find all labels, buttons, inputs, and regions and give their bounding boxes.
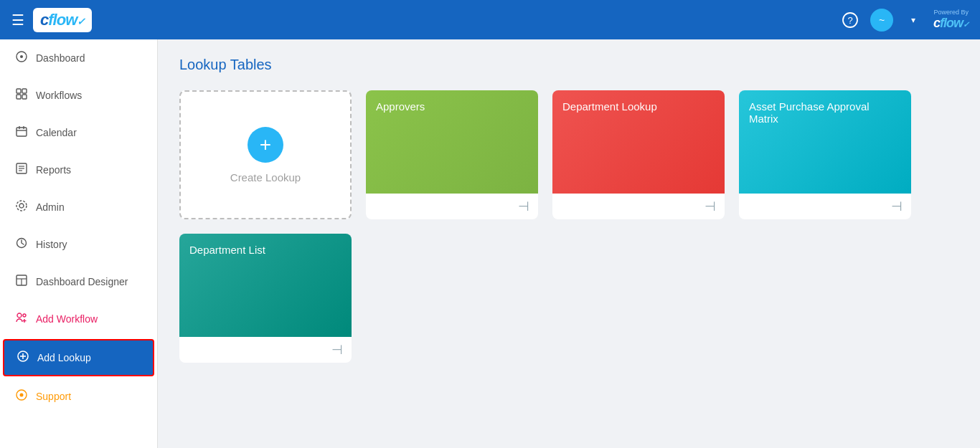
svg-text:?: ? [847,15,852,26]
svg-point-17 [17,201,27,211]
create-lookup-label: Create Lookup [230,171,301,184]
svg-point-16 [19,204,24,208]
sidebar: Dashboard Workflows Calendar Reports Adm [0,39,158,448]
support-icon [14,389,29,404]
header-left: ☰ cflow✓ [11,8,92,32]
add-lookup-icon [16,351,30,365]
enter-icon-asset-purchase[interactable]: ⊣ [891,199,903,214]
lookup-card-department-lookup[interactable]: Department Lookup ⊣ [552,90,725,219]
sidebar-item-dashboard[interactable]: Dashboard [0,39,157,77]
sidebar-label-add-lookup: Add Lookup [37,352,91,363]
svg-point-23 [23,314,26,317]
logo-text: cflow✓ [40,11,85,29]
history-icon [14,237,29,252]
menu-icon[interactable]: ☰ [11,11,24,29]
enter-icon-department-list[interactable]: ⊣ [331,342,343,358]
calendar-icon [14,125,29,140]
svg-rect-8 [17,128,27,136]
add-workflow-icon [14,312,29,326]
card-color-department-lookup: Department Lookup [552,90,725,194]
header: ☰ cflow✓ ? ~ ▾ Powered By cflow✓ [0,0,980,39]
sidebar-item-workflows[interactable]: Workflows [0,77,157,114]
svg-rect-5 [22,89,27,93]
create-lookup-card[interactable]: + Create Lookup [179,90,352,219]
card-color-asset-purchase: Asset Purchase Approval Matrix [739,90,911,194]
sidebar-label-reports: Reports [36,164,71,176]
sidebar-item-add-workflow[interactable]: Add Workflow [0,300,157,338]
admin-icon [14,200,29,214]
enter-icon-approvers[interactable]: ⊣ [518,199,529,214]
sidebar-label-calendar: Calendar [36,127,77,138]
main-content: Lookup Tables + Create Lookup Approvers … [158,39,980,448]
help-icon[interactable]: ? [839,9,862,32]
lookup-card-asset-purchase[interactable]: Asset Purchase Approval Matrix ⊣ [739,90,911,219]
dropdown-chevron-icon[interactable]: ▾ [902,9,925,32]
card-footer-department-lookup: ⊣ [552,194,725,219]
sidebar-item-history[interactable]: History [0,226,157,263]
sidebar-item-admin[interactable]: Admin [0,189,157,226]
svg-point-3 [20,55,23,58]
powered-by-logo: Powered By cflow✓ [933,9,969,31]
sidebar-item-support[interactable]: Support [0,378,157,415]
svg-rect-4 [17,89,21,93]
sidebar-label-add-workflow: Add Workflow [36,313,98,325]
card-color-department-list: Department List [179,234,352,337]
reports-icon [14,163,29,177]
card-title-approvers: Approvers [376,100,425,113]
create-plus-icon: + [248,127,283,163]
sidebar-label-history: History [36,239,67,250]
lookup-card-department-list[interactable]: Department List ⊣ [179,234,352,363]
card-title-asset-purchase: Asset Purchase Approval Matrix [749,100,901,125]
sidebar-item-dashboard-designer[interactable]: Dashboard Designer [0,263,157,300]
svg-rect-7 [22,95,27,99]
workflows-icon [14,88,29,103]
lookup-card-approvers[interactable]: Approvers ⊣ [366,90,538,219]
sidebar-item-add-lookup[interactable]: Add Lookup [3,339,154,376]
card-title-department-list: Department List [189,244,265,256]
sidebar-label-dashboard: Dashboard [36,52,85,64]
dashboard-icon [14,51,29,65]
avatar-icon: ~ [879,14,885,26]
sidebar-item-calendar[interactable]: Calendar [0,114,157,151]
enter-icon-department-lookup[interactable]: ⊣ [705,199,716,214]
card-footer-department-list: ⊣ [179,337,352,363]
svg-point-22 [17,313,22,318]
sidebar-label-admin: Admin [36,201,65,213]
dashboard-designer-icon [14,275,29,289]
logo-box: cflow✓ [33,8,92,32]
sidebar-label-dashboard-designer: Dashboard Designer [36,276,128,287]
main-layout: Dashboard Workflows Calendar Reports Adm [0,39,980,448]
cards-grid: + Create Lookup Approvers ⊣ Department L… [179,90,958,363]
card-footer-asset-purchase: ⊣ [739,194,911,219]
header-right: ? ~ ▾ Powered By cflow✓ [839,9,969,32]
sidebar-item-reports[interactable]: Reports [0,151,157,189]
user-avatar[interactable]: ~ [870,9,893,32]
card-title-department-lookup: Department Lookup [562,100,657,113]
sidebar-label-support: Support [36,391,71,402]
svg-point-30 [20,394,24,397]
card-footer-approvers: ⊣ [366,194,538,219]
sidebar-label-workflows: Workflows [36,90,82,101]
svg-rect-6 [17,95,21,99]
card-color-approvers: Approvers [366,90,538,194]
page-title: Lookup Tables [179,57,958,73]
